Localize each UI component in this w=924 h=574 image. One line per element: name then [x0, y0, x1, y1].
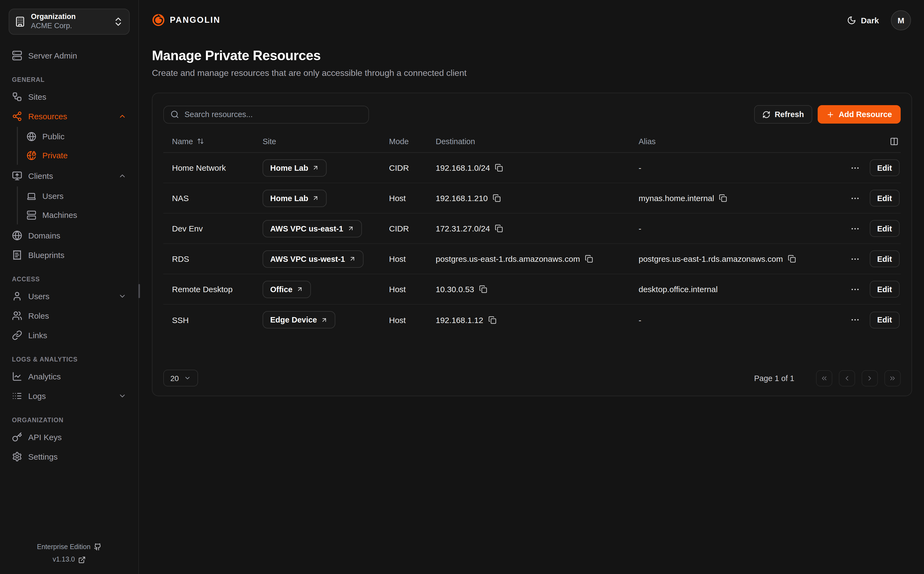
- sidebar-item-private[interactable]: Private: [23, 146, 130, 165]
- sidebar-item-users[interactable]: Users: [9, 286, 130, 306]
- resources-card: Refresh Add Resource Name Site: [152, 93, 912, 396]
- next-page-button[interactable]: [862, 370, 878, 386]
- arrow-up-right-icon: [349, 255, 356, 262]
- cell-name: Home Network: [163, 163, 254, 172]
- ellipsis-menu-icon[interactable]: [850, 254, 860, 264]
- copy-icon[interactable]: [495, 164, 503, 172]
- site-link[interactable]: Office: [263, 281, 311, 298]
- theme-toggle[interactable]: Dark: [847, 16, 879, 25]
- version-link[interactable]: v1.13.0: [53, 554, 75, 567]
- avatar[interactable]: M: [891, 10, 911, 30]
- column-header-name[interactable]: Name: [163, 137, 254, 145]
- sidebar-item-sites[interactable]: Sites: [9, 87, 130, 106]
- cell-name: Remote Desktop: [163, 285, 254, 294]
- copy-icon[interactable]: [719, 194, 727, 202]
- copy-icon[interactable]: [493, 194, 501, 202]
- search-box: [163, 106, 369, 123]
- sidebar-nav: Server Admin GENERAL Sites Resources Pub…: [9, 46, 130, 541]
- ellipsis-menu-icon[interactable]: [850, 224, 860, 233]
- brand[interactable]: PANGOLIN: [152, 14, 221, 27]
- sidebar-item-settings[interactable]: Settings: [9, 446, 130, 466]
- cell-name: SSH: [163, 315, 254, 325]
- section-label-organization: ORGANIZATION: [12, 417, 130, 423]
- copy-icon[interactable]: [488, 316, 496, 324]
- site-link[interactable]: Home Lab: [263, 159, 327, 177]
- theme-label: Dark: [861, 16, 879, 25]
- plus-icon: [826, 110, 834, 118]
- first-page-button[interactable]: [816, 370, 832, 386]
- edit-button[interactable]: Edit: [869, 220, 900, 237]
- cell-destination: postgres.us-east-1.rds.amazonaws.com: [427, 254, 630, 263]
- chart-line-icon: [12, 371, 22, 381]
- site-link[interactable]: AWS VPC us-west-1: [263, 250, 364, 268]
- ellipsis-menu-icon[interactable]: [850, 284, 860, 294]
- sidebar-item-roles[interactable]: Roles: [9, 306, 130, 325]
- sidebar-item-clients[interactable]: Clients: [9, 166, 130, 185]
- refresh-button[interactable]: Refresh: [754, 105, 812, 124]
- column-header-destination: Destination: [427, 137, 630, 145]
- sidebar-item-analytics[interactable]: Analytics: [9, 366, 130, 386]
- share-icon: [12, 111, 22, 121]
- page-size-value: 20: [170, 374, 179, 382]
- edit-button[interactable]: Edit: [869, 251, 900, 267]
- section-label-access: ACCESS: [12, 276, 130, 282]
- table-row: RDS AWS VPC us-west-1 Host postgres.us-e…: [163, 244, 901, 274]
- sidebar-item-label: Private: [42, 151, 127, 160]
- sidebar-item-resources[interactable]: Resources: [9, 106, 130, 126]
- search-input[interactable]: [185, 110, 362, 119]
- sidebar-item-server-admin[interactable]: Server Admin: [9, 46, 130, 65]
- sidebar-item-api-keys[interactable]: API Keys: [9, 427, 130, 446]
- scrollbar-thumb[interactable]: [138, 284, 140, 298]
- ellipsis-menu-icon[interactable]: [850, 163, 860, 173]
- last-page-button[interactable]: [884, 370, 901, 386]
- chevron-up-icon: [118, 172, 127, 180]
- site-link[interactable]: AWS VPC us-east-1: [263, 220, 362, 237]
- chevron-up-icon: [118, 112, 127, 120]
- chevron-right-icon: [866, 374, 873, 382]
- sidebar-item-label: Settings: [28, 452, 127, 461]
- copy-icon[interactable]: [495, 224, 503, 233]
- sort-icon[interactable]: [197, 138, 204, 145]
- sidebar-item-machines[interactable]: Machines: [23, 205, 130, 224]
- cell-name: NAS: [163, 194, 254, 203]
- add-resource-button[interactable]: Add Resource: [817, 105, 901, 124]
- github-icon[interactable]: [94, 543, 101, 551]
- edit-button[interactable]: Edit: [869, 190, 900, 207]
- previous-page-button[interactable]: [839, 370, 855, 386]
- sidebar-item-logs[interactable]: Logs: [9, 386, 130, 405]
- ellipsis-menu-icon[interactable]: [850, 193, 860, 203]
- edit-button[interactable]: Edit: [869, 281, 900, 298]
- site-link[interactable]: Home Lab: [263, 189, 327, 207]
- chevron-down-icon: [184, 375, 191, 382]
- sidebar-item-links[interactable]: Links: [9, 325, 130, 345]
- external-link-icon[interactable]: [78, 556, 86, 564]
- sidebar-item-label: Users: [28, 291, 112, 301]
- org-switcher-value: ACME Corp.: [31, 22, 108, 31]
- site-link[interactable]: Edge Device: [263, 311, 335, 328]
- refresh-label: Refresh: [775, 110, 804, 119]
- copy-icon[interactable]: [788, 255, 796, 263]
- globe-lock-icon: [27, 150, 36, 160]
- copy-icon[interactable]: [479, 285, 487, 293]
- ellipsis-menu-icon[interactable]: [850, 315, 860, 325]
- workflow-icon: [12, 91, 22, 102]
- sidebar-item-public[interactable]: Public: [23, 127, 130, 146]
- cell-alias: mynas.home.internal: [630, 194, 821, 203]
- edit-button[interactable]: Edit: [869, 311, 900, 328]
- logs-list-icon: [12, 391, 22, 401]
- sidebar-item-blueprints[interactable]: Blueprints: [9, 245, 130, 265]
- org-switcher-label: Organization: [31, 13, 108, 22]
- copy-icon[interactable]: [585, 255, 593, 263]
- section-label-general: GENERAL: [12, 76, 130, 83]
- globe-icon: [12, 230, 22, 240]
- cell-destination: 192.168.1.210: [427, 194, 630, 203]
- columns-icon[interactable]: [890, 137, 899, 145]
- org-switcher[interactable]: Organization ACME Corp.: [9, 9, 130, 35]
- sidebar-item-client-users[interactable]: Users: [23, 186, 130, 205]
- sidebar-item-label: Server Admin: [28, 50, 127, 60]
- card-toolbar: Refresh Add Resource: [163, 105, 901, 124]
- page-size-select[interactable]: 20: [163, 370, 198, 386]
- sidebar-item-domains[interactable]: Domains: [9, 226, 130, 245]
- edit-button[interactable]: Edit: [869, 159, 900, 176]
- sidebar-item-label: Domains: [28, 231, 127, 240]
